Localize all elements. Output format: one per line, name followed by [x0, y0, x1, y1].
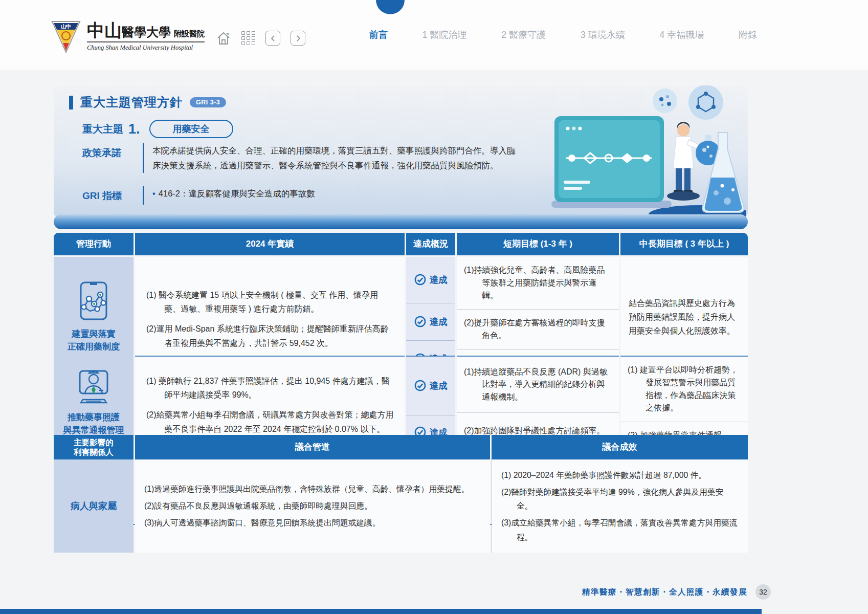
title-accent-bar	[69, 96, 73, 109]
gri-indicator-text: •416-2：違反顧客健康與安全造成的事故數	[152, 186, 520, 201]
outcome-item: (1) 2020–2024 年藥師藥事照護件數累計超過 87,000 件。	[501, 468, 739, 482]
result-item: (2)運用 Medi-Span 系統進行臨床決策鋪助；提醒醫師重新評估高齡者重複…	[146, 322, 394, 349]
gri-divider	[143, 186, 144, 205]
hospital-emblem-icon: 山中	[51, 20, 81, 53]
viewer-tools	[216, 31, 305, 46]
header-cell-stakeholders: 主要影響的 利害關係人	[54, 435, 133, 459]
outcome-item: (3)成立給藥異常小組，每季召開會議，落實改善異常處方與用藥流程。	[501, 516, 739, 543]
nav-item-environment[interactable]: 3 環境永續	[581, 29, 625, 41]
check-circle-icon	[414, 316, 426, 327]
molecule-badge-icon	[688, 85, 723, 120]
stakeholder-name-cell: 病人與家屬	[54, 459, 133, 553]
logo-divider	[87, 41, 205, 42]
nav-item-workplace[interactable]: 4 幸福職場	[659, 29, 704, 41]
viewer-topbar: 山中 中山醫學大學附設醫院 Chung Shan Medical Univers…	[0, 0, 868, 70]
header-cell-long-goals: 中長期目標 ( 3 年以上 )	[620, 233, 748, 255]
hospital-logo-text: 中山醫學大學附設醫院 Chung Shan Medical University…	[87, 22, 205, 52]
header-cell-status: 達成概況	[406, 233, 455, 255]
engagement-channels-cell: (1)透過藥師進行藥事照護與出院藥品衛教，含特殊族群（兒童、高齡、懷孕者）用藥提…	[135, 459, 490, 553]
report-page: 山中 中山醫學大學附設醫院 Chung Shan Medical Univers…	[0, 0, 868, 614]
management-table-header: 管理行動 2024 年實績 達成概況 短期目標 (1-3 年 ) 中長期目標 (…	[54, 233, 748, 255]
result-item: (2)給藥異常小組每季召開會議，研議異常處方與改善對策；總處方用藥不良事件率自 …	[146, 408, 394, 435]
logo-zh-suffix: 附設醫院	[174, 30, 205, 38]
stakeholder-row: 病人與家屬 (1)透過藥師進行藥事照護與出院藥品衛教，含特殊族群（兒童、高齡、懷…	[54, 459, 748, 525]
status-badge: 達成	[406, 303, 455, 341]
home-icon[interactable]	[216, 31, 231, 46]
status-badge: 達成	[406, 357, 455, 415]
page-number-badge: 32	[755, 584, 771, 600]
table-row: 建置與落實 正確用藥制度 (1) 醫令系統建置 15 項以上安全機制 ( 極量、…	[54, 257, 748, 354]
tablet-molecule-icon	[78, 280, 109, 321]
short-goal-item: (1)持續追蹤藥品不良反應 (ADR) 與過敏比對率，導入更精細的紀錄分析與通報…	[457, 357, 619, 413]
topic-label: 重大主題	[82, 122, 123, 136]
footer-slogan: 精準醫療・智慧創新・全人照護・永續發展	[582, 587, 747, 598]
check-circle-icon	[414, 380, 426, 391]
logo-zh-main: 中山	[87, 21, 122, 40]
table-row: 推動藥事照護 與異常通報管理 (1) 藥師執行 21,837 件藥事照護評估，提…	[54, 356, 748, 433]
action-label: 建置與落實 正確用藥制度	[68, 327, 120, 354]
nav-item-preface[interactable]: 前言	[369, 29, 388, 41]
gri-badge: GRI 3-3	[190, 97, 226, 107]
policy-label: 政策承諾	[82, 143, 143, 160]
result-item: (1) 醫令系統建置 15 項以上安全機制 ( 極量、交互 作用、懷孕用藥、過敏…	[146, 288, 394, 316]
telecare-monitor-icon	[75, 368, 113, 405]
gri-indicator-label: GRI 指標	[82, 186, 143, 203]
topic-name-pill: 用藥安全	[149, 120, 233, 138]
topic-number: 1.	[128, 121, 140, 137]
channel-item: (2)設有藥品不良反應與過敏通報系統，由藥師即時處理與回應。	[144, 499, 481, 513]
topic-hero-panel: 重大主題管理方針 GRI 3-3 重大主題 1. 用藥安全 政策承諾 本院承諾提…	[54, 86, 748, 218]
check-circle-icon	[414, 274, 426, 286]
page-footer: 精準醫療・智慧創新・全人照護・永續發展 32	[54, 584, 771, 600]
policy-text: 本院承諾提供病人安全、合理、正確的用藥環境，落實三讀五對、藥事照護與跨部門合作。…	[152, 143, 520, 173]
header-cell-results: 2024 年實績	[135, 233, 405, 255]
management-approach-table: 管理行動 2024 年實績 達成概況 短期目標 (1-3 年 ) 中長期目標 (…	[54, 233, 748, 525]
action-label: 推動藥事照護 與異常通報管理	[63, 411, 124, 437]
engagement-outcomes-cell: (1) 2020–2024 年藥師藥事照護件數累計超過 87,000 件。 (2…	[492, 459, 748, 553]
policy-divider	[143, 143, 144, 173]
hero-bottom-bar	[54, 214, 748, 229]
long-goal-item: (1) 建置平台以即時分析趨勢，發展智慧警示與用藥品質指標，作為藥品臨床決策之依…	[620, 357, 748, 422]
molecule-badge-icon	[653, 89, 677, 113]
channel-item: (1)透過藥師進行藥事照護與出院藥品衛教，含特殊族群（兒童、高齡、懷孕者）用藥提…	[144, 482, 481, 496]
status-badge: 達成	[406, 257, 455, 303]
apps-grid-icon[interactable]	[241, 31, 255, 46]
stakeholder-name: 病人與家屬	[71, 500, 117, 512]
page-title: 重大主題管理方針	[80, 94, 183, 111]
short-goal-item: (2)提升藥師在處方審核過程的即時支援角色。	[457, 310, 619, 350]
result-item: (1) 藥師執行 21,837 件藥事照護評估，提出 10,945 件處方建議，…	[146, 374, 394, 402]
nav-item-hospital-governance[interactable]: 1 醫院治理	[422, 29, 467, 41]
outcome-item: (2)醫師對藥師建議接受率平均達 99%，強化病人參與及用藥安全。	[501, 485, 739, 513]
header-cell-short-goals: 短期目標 (1-3 年 )	[457, 233, 619, 255]
next-page-icon[interactable]	[291, 31, 305, 46]
header-cell-engagement-outcomes: 議合成效	[492, 435, 748, 459]
short-goal-item: (1)持續強化兒童、高齡者、高風險藥品等族群之用藥防錯提示與警示邏輯。	[457, 257, 619, 310]
logo-zh-mid: 醫學大學	[122, 26, 171, 39]
nav-item-medical-care[interactable]: 2 醫療守護	[501, 29, 546, 41]
prev-page-icon[interactable]	[265, 31, 280, 46]
hero-illustration	[551, 85, 746, 226]
section-nav: 前言 1 醫院治理 2 醫療守護 3 環境永續 4 幸福職場 附錄	[369, 0, 757, 70]
svg-text:山中: 山中	[61, 24, 71, 29]
logo-english-name: Chung Shan Medical University Hospital	[87, 44, 205, 52]
header-cell-action: 管理行動	[54, 233, 133, 255]
hospital-logo: 山中 中山醫學大學附設醫院 Chung Shan Medical Univers…	[51, 20, 205, 53]
nav-item-appendix[interactable]: 附錄	[739, 29, 757, 41]
header-cell-engagement-channels: 議合管道	[135, 435, 490, 459]
stakeholder-table-header: 主要影響的 利害關係人 議合管道 議合成效	[54, 435, 748, 459]
bottom-accent-strip	[0, 609, 762, 614]
channel-item: (3)病人可透過藥事諮詢窗口、醫療意見回饋系統提出問題或建議。	[144, 516, 481, 530]
bullet-icon: •	[152, 189, 155, 198]
scientist-figure	[667, 122, 704, 201]
